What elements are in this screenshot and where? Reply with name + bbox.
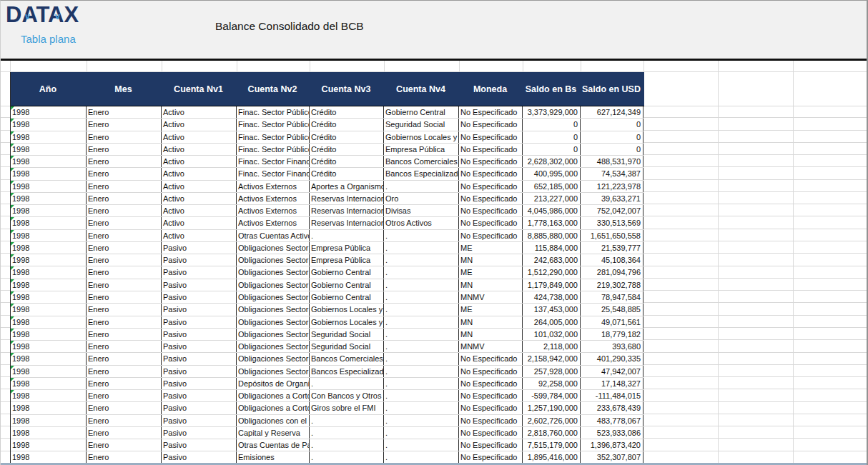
cell-cuenta-nv2[interactable]: Finac. Sector Público [237,119,310,130]
cell-cuenta-nv4[interactable]: . [384,181,459,192]
cell-mes[interactable]: Enero [87,329,162,340]
cell-cuenta-nv1[interactable]: Pasivo [162,366,237,377]
cell-saldo-usd[interactable]: 0 [581,131,643,143]
cell-cuenta-nv4[interactable]: . [384,291,459,303]
cell-cuenta-nv3[interactable]: Crédito [310,106,384,118]
cell-saldo-usd[interactable]: 49,071,561 [581,316,643,328]
cell-saldo-usd[interactable]: 281,094,796 [581,266,643,278]
cell-saldo-usd[interactable]: 523,933,086 [581,427,643,439]
cell-saldo-usd[interactable]: 39,633,271 [581,193,643,204]
cell-cuenta-nv1[interactable]: Pasivo [162,427,237,439]
cell-cuenta-nv3[interactable]: Giros sobre el FMI [310,402,384,414]
cell-cuenta-nv2[interactable]: Capital y Reserva [237,427,310,439]
cell-moneda[interactable]: No Especificado [459,353,523,364]
cell-saldo-usd[interactable]: 47,942,007 [581,366,643,377]
column-header-mes[interactable]: Mes [87,72,162,106]
cell-mes[interactable]: Enero [87,131,162,143]
cell-mes[interactable]: Enero [87,242,162,254]
cell-saldo-bs[interactable]: 2,602,726,000 [523,415,581,426]
cell-cuenta-nv4[interactable]: . [384,279,459,291]
cell-cuenta-nv1[interactable]: Pasivo [162,279,237,291]
cell-mes[interactable]: Enero [87,217,162,229]
cell-saldo-usd[interactable]: 17,148,327 [581,378,643,389]
cell-cuenta-nv4[interactable]: . [384,415,459,426]
cell-ano[interactable]: 1998 [11,144,87,155]
cell-saldo-usd[interactable]: 74,534,387 [581,168,643,179]
cell-ano[interactable]: 1998 [11,119,87,130]
cell-ano[interactable]: 1998 [11,341,87,352]
cell-saldo-usd[interactable]: 45,108,364 [581,254,643,266]
cell-cuenta-nv2[interactable]: Finac. Sector Público [237,144,310,155]
cell-ano[interactable]: 1998 [11,353,87,364]
cell-cuenta-nv2[interactable]: Obligaciones Sector Público [237,329,310,340]
cell-cuenta-nv3[interactable]: . [310,415,384,426]
column-header-cuenta-nv3[interactable]: Cuenta Nv3 [310,72,384,106]
cell-mes[interactable]: Enero [87,427,162,439]
cell-cuenta-nv1[interactable]: Pasivo [162,353,237,364]
tagline-tabla-plana[interactable]: Tabla plana [21,33,76,45]
cell-moneda[interactable]: No Especificado [459,415,523,426]
cell-mes[interactable]: Enero [87,316,162,328]
cell-cuenta-nv3[interactable]: Gobierno Central [310,266,384,278]
cell-saldo-bs[interactable]: 400,995,000 [523,168,581,179]
cell-ano[interactable]: 1998 [11,415,87,426]
cell-cuenta-nv1[interactable]: Activo [162,193,237,204]
cell-saldo-bs[interactable]: -599,784,000 [523,390,581,401]
cell-saldo-bs[interactable]: 0 [523,144,581,155]
cell-cuenta-nv4[interactable]: Oro [384,193,459,204]
cell-ano[interactable]: 1998 [11,181,87,192]
cell-moneda[interactable]: No Especificado [459,119,523,130]
cell-ano[interactable]: 1998 [11,168,87,179]
cell-moneda[interactable]: No Especificado [459,378,523,389]
cell-ano[interactable]: 1998 [11,451,87,463]
cell-saldo-usd[interactable]: 0 [581,144,643,155]
cell-ano[interactable]: 1998 [11,205,87,216]
cell-saldo-usd[interactable]: 25,548,885 [581,304,643,315]
cell-cuenta-nv1[interactable]: Pasivo [162,415,237,426]
cell-cuenta-nv3[interactable]: Crédito [310,119,384,130]
cell-saldo-bs[interactable]: 0 [523,131,581,143]
cell-cuenta-nv3[interactable]: . [310,427,384,439]
cell-ano[interactable]: 1998 [11,156,87,167]
cell-mes[interactable]: Enero [87,193,162,204]
cell-moneda[interactable]: MN [459,329,523,340]
cell-cuenta-nv2[interactable]: Otras Cuentas Activos [237,230,310,241]
cell-saldo-usd[interactable]: 752,042,007 [581,205,643,216]
cell-cuenta-nv3[interactable]: Crédito [310,168,384,179]
cell-cuenta-nv4[interactable]: . [384,402,459,414]
cell-cuenta-nv1[interactable]: Activo [162,131,237,143]
cell-cuenta-nv2[interactable]: Finac. Sector Público [237,106,310,118]
cell-saldo-bs[interactable]: 115,884,000 [523,242,581,254]
cell-mes[interactable]: Enero [87,156,162,167]
cell-mes[interactable]: Enero [87,402,162,414]
cell-cuenta-nv2[interactable]: Obligaciones Sector Público [237,291,310,303]
cell-saldo-bs[interactable]: 424,738,000 [523,291,581,303]
cell-cuenta-nv3[interactable]: Bancos Comerciales [310,353,384,364]
cell-cuenta-nv2[interactable]: Obligaciones Sector Público [237,279,310,291]
cell-cuenta-nv4[interactable]: . [384,390,459,401]
cell-ano[interactable]: 1998 [11,439,87,451]
cell-mes[interactable]: Enero [87,291,162,303]
cell-cuenta-nv1[interactable]: Activo [162,230,237,241]
cell-cuenta-nv3[interactable]: Crédito [310,131,384,143]
cell-saldo-bs[interactable]: 652,185,000 [523,181,581,192]
cell-mes[interactable]: Enero [87,378,162,389]
cell-saldo-bs[interactable]: 3,373,929,000 [523,106,581,118]
cell-cuenta-nv3[interactable]: Seguridad Social [310,329,384,340]
cell-cuenta-nv3[interactable]: Seguridad Social [310,341,384,352]
cell-mes[interactable]: Enero [87,254,162,266]
cell-cuenta-nv4[interactable]: . [384,329,459,340]
cell-saldo-usd[interactable]: 21,539,777 [581,242,643,254]
cell-moneda[interactable]: No Especificado [459,439,523,451]
cell-cuenta-nv1[interactable]: Pasivo [162,304,237,315]
cell-saldo-usd[interactable]: 233,678,439 [581,402,643,414]
cell-ano[interactable]: 1998 [11,427,87,439]
cell-cuenta-nv2[interactable]: Activos Externos [237,205,310,216]
cell-saldo-usd[interactable]: 483,778,067 [581,415,643,426]
cell-ano[interactable]: 1998 [11,230,87,241]
cell-cuenta-nv1[interactable]: Pasivo [162,329,237,340]
cell-moneda[interactable]: No Especificado [459,366,523,377]
cell-ano[interactable]: 1998 [11,378,87,389]
cell-cuenta-nv1[interactable]: Pasivo [162,341,237,352]
cell-cuenta-nv3[interactable]: Empresa Pública [310,242,384,254]
